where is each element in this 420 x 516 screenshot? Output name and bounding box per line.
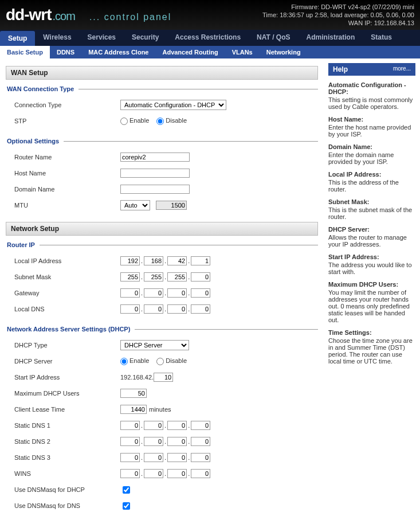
domain-name-input[interactable] (120, 185, 190, 194)
lease-label: Client Lease Time (14, 406, 120, 413)
help-desc-6: The address you would like to start with… (328, 261, 415, 275)
app-header: dd-wrt .com ... control panel Firmware: … (0, 0, 420, 30)
sdns1-input-octet-1[interactable] (144, 421, 163, 430)
sub-tabs: Basic SetupDDNSMAC Address CloneAdvanced… (0, 46, 420, 58)
localdns-input-octet-2[interactable] (167, 304, 187, 314)
router-ip-legend: Router IP (6, 241, 40, 248)
localdns-input-octet-0[interactable] (120, 304, 140, 314)
tab-wireless[interactable]: Wireless (35, 30, 79, 46)
start-ip-input[interactable] (154, 373, 173, 382)
sdns3-input-octet-0[interactable] (120, 453, 140, 462)
host-name-label: Host Name (14, 170, 120, 177)
sdns1-input-octet-0[interactable] (120, 421, 140, 430)
sdns2-input-octet-1[interactable] (144, 437, 163, 446)
help-title: Help (333, 65, 348, 73)
host-name-input[interactable] (120, 169, 190, 178)
subnet-input-octet-1[interactable] (144, 272, 163, 282)
wins-label: WINS (14, 470, 120, 477)
subnet-label: Subnet Mask (14, 273, 120, 280)
max-users-input[interactable] (120, 389, 147, 398)
subnet-input-octet-2[interactable] (167, 272, 187, 282)
wanip-line: WAN IP: 192.168.84.13 (262, 19, 414, 27)
gateway-input-octet-0[interactable] (120, 288, 140, 298)
localdns-input[interactable]: ... (120, 304, 210, 314)
tab-nat-qos[interactable]: NAT / QoS (249, 30, 298, 46)
sdns1-input-octet-2[interactable] (167, 421, 187, 430)
sdns2-input-octet-3[interactable] (191, 437, 210, 446)
subtab-networking[interactable]: Networking (260, 46, 308, 58)
subnet-input[interactable]: ... (120, 272, 210, 282)
sdns2-input[interactable]: ... (120, 437, 210, 446)
stp-disable-text: Disable (166, 117, 187, 124)
help-term-4: Subnet Mask: (328, 198, 415, 205)
dnsmasq-dns-checkbox[interactable] (123, 502, 130, 510)
help-desc-2: Enter the domain name provided by your I… (328, 151, 415, 165)
router-name-input[interactable] (120, 153, 190, 162)
lease-unit: minutes (149, 406, 171, 413)
subnet-input-octet-0[interactable] (120, 272, 140, 282)
help-term-3: Local IP Address: (328, 171, 415, 178)
tab-administration[interactable]: Administration (299, 30, 363, 46)
wan-setup-heading: WAN Setup (6, 66, 318, 80)
header-info: Firmware: DD-WRT v24-sp2 (07/22/09) mini… (262, 3, 414, 27)
dhcp-disable-radio[interactable] (156, 358, 164, 365)
router-ip-group: Router IP Local IP Address... Subnet Mas… (6, 241, 318, 317)
gateway-input-octet-1[interactable] (144, 288, 163, 298)
dnsmasq-dhcp-checkbox[interactable] (123, 486, 130, 494)
help-more-link[interactable]: more... (393, 65, 411, 73)
sdns3-input-octet-2[interactable] (167, 453, 187, 462)
gateway-input-octet-2[interactable] (167, 288, 187, 298)
subtab-advanced-routing[interactable]: Advanced Routing (155, 46, 225, 58)
subtab-basic-setup[interactable]: Basic Setup (0, 46, 50, 58)
stp-enable-text: Enable (129, 117, 149, 124)
subnet-input-octet-3[interactable] (191, 272, 210, 282)
sdns2-input-octet-2[interactable] (167, 437, 187, 446)
dhcp-group: Network Address Server Settings (DHCP) D… (6, 326, 318, 516)
mtu-mode-select[interactable]: Auto (120, 200, 150, 210)
sdns1-input[interactable]: ... (120, 421, 210, 430)
dhcp-enable-radio[interactable] (120, 358, 128, 365)
sdns3-input-octet-1[interactable] (144, 453, 163, 462)
logo-main: dd-wrt (6, 6, 52, 24)
gateway-input[interactable]: ... (120, 288, 210, 298)
max-users-label: Maximum DHCP Users (14, 390, 120, 397)
local-ip-input-octet-0[interactable] (120, 256, 140, 265)
time-line: Time: 18:36:57 up 2:58, load average: 0.… (262, 11, 414, 19)
sdns3-input[interactable]: ... (120, 453, 210, 462)
dnsmasq-dns-label: Use DNSMasq for DNS (14, 502, 120, 509)
tab-access-restrictions[interactable]: Access Restrictions (167, 30, 249, 46)
stp-disable-radio[interactable] (156, 118, 164, 125)
tab-security[interactable]: Security (124, 30, 167, 46)
wins-input-octet-1[interactable] (144, 469, 163, 478)
help-desc-4: This is the subnet mask of the router. (328, 206, 415, 220)
logo-com: .com (53, 10, 75, 23)
localdns-input-octet-1[interactable] (144, 304, 163, 314)
stp-label: STP (14, 118, 120, 124)
wins-input[interactable]: ... (120, 469, 210, 478)
tab-services[interactable]: Services (80, 30, 124, 46)
sdns1-input-octet-3[interactable] (191, 421, 210, 430)
tab-setup[interactable]: Setup (0, 31, 35, 46)
local-ip-input-octet-3[interactable] (191, 256, 210, 265)
lease-input[interactable] (120, 405, 147, 414)
wins-input-octet-3[interactable] (191, 469, 210, 478)
stp-enable-radio[interactable] (120, 118, 128, 125)
wins-input-octet-2[interactable] (167, 469, 187, 478)
wins-input-octet-0[interactable] (120, 469, 140, 478)
local-ip-input-octet-1[interactable] (144, 256, 163, 265)
localdns-input-octet-3[interactable] (191, 304, 210, 314)
domain-name-label: Domain Name (14, 186, 120, 193)
tab-status[interactable]: Status (363, 30, 400, 46)
help-desc-7: You may limit the number of addresses yo… (328, 289, 415, 323)
dhcp-type-select[interactable]: DHCP Server (120, 340, 189, 350)
mtu-label: MTU (14, 202, 120, 209)
sdns3-input-octet-3[interactable] (191, 453, 210, 462)
subtab-mac-address-clone[interactable]: MAC Address Clone (81, 46, 155, 58)
gateway-input-octet-3[interactable] (191, 288, 210, 298)
connection-type-select[interactable]: Automatic Configuration - DHCP (120, 100, 226, 110)
subtab-vlans[interactable]: VLANs (225, 46, 260, 58)
subtab-ddns[interactable]: DDNS (50, 46, 81, 58)
local-ip-input[interactable]: ... (120, 256, 210, 265)
sdns2-input-octet-0[interactable] (120, 437, 140, 446)
local-ip-input-octet-2[interactable] (167, 256, 187, 265)
